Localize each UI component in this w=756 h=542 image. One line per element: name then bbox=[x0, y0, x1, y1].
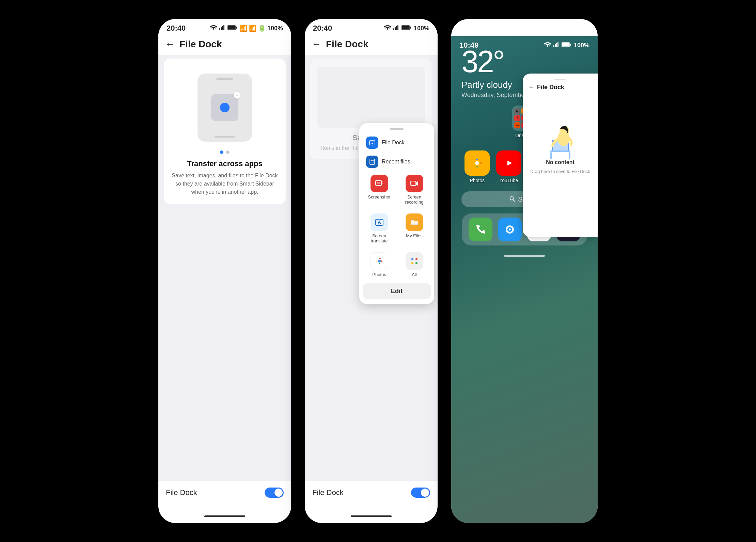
svg-rect-1 bbox=[221, 27, 222, 30]
status-icons-2: 100% bbox=[384, 25, 429, 32]
app-photos[interactable]: Photos bbox=[464, 150, 490, 183]
toggle-switch-1[interactable] bbox=[265, 488, 284, 498]
popup-item-filedock[interactable]: File Dock bbox=[363, 133, 431, 152]
svg-rect-28 bbox=[553, 45, 554, 47]
figure-illustration bbox=[543, 120, 577, 154]
panel-back[interactable]: ← bbox=[528, 84, 534, 91]
phone-3: 10:49 100% 32° Partly cloudy bbox=[451, 19, 598, 523]
popup-item-all[interactable]: All bbox=[398, 249, 431, 281]
popup-item-myfiles[interactable]: My Files bbox=[398, 210, 431, 247]
svg-rect-0 bbox=[219, 28, 220, 30]
svg-point-26 bbox=[411, 262, 413, 264]
content-1: + Transfer across apps Save text, images… bbox=[158, 55, 291, 481]
dot-1 bbox=[220, 150, 223, 154]
svg-rect-34 bbox=[562, 43, 569, 46]
title-1: File Dock bbox=[179, 39, 222, 50]
svg-rect-31 bbox=[557, 42, 558, 47]
blue-dot bbox=[220, 103, 230, 112]
svg-rect-56 bbox=[550, 152, 552, 159]
home-indicator-2 bbox=[351, 515, 392, 517]
svg-rect-30 bbox=[556, 43, 557, 47]
feature-card-1: + Transfer across apps Save text, images… bbox=[164, 59, 286, 204]
svg-rect-8 bbox=[395, 27, 396, 30]
dock-phone[interactable] bbox=[469, 218, 492, 241]
page-dots bbox=[171, 150, 279, 154]
status-icons-1: 📶 📶 🔋 100% bbox=[210, 25, 283, 32]
popup-item-photos[interactable]: Photos bbox=[363, 249, 396, 281]
battery-percent-1: 📶 📶 🔋 100% bbox=[240, 25, 283, 32]
phone-app-icon bbox=[469, 218, 492, 241]
wifi-icon bbox=[210, 25, 217, 32]
filedock-label: File Dock bbox=[382, 140, 405, 146]
svg-rect-20 bbox=[411, 181, 416, 186]
svg-point-25 bbox=[415, 258, 418, 260]
translate-label: Screen translate bbox=[365, 233, 394, 243]
title-2: File Dock bbox=[326, 39, 368, 50]
file-dock-panel: ← File Dock bbox=[523, 74, 598, 237]
popup-item-recent[interactable]: Recent files bbox=[363, 152, 431, 171]
all-label: All bbox=[412, 272, 416, 277]
header-1: ← File Dock bbox=[158, 35, 291, 55]
messages-app-icon bbox=[498, 218, 522, 241]
popup-item-translate[interactable]: A Screen translate bbox=[363, 210, 396, 247]
folder-app-settings: ⚙ bbox=[514, 108, 520, 114]
edit-button[interactable]: Edit bbox=[363, 283, 431, 299]
youtube-app-icon bbox=[496, 150, 521, 176]
dimmed-illus bbox=[317, 67, 425, 128]
status-bar-1: 20:40 📶 📶 🔋 100% bbox=[158, 19, 291, 35]
svg-rect-16 bbox=[370, 159, 375, 164]
dock-messages[interactable] bbox=[498, 218, 522, 241]
popup-item-recording[interactable]: Screen recording bbox=[398, 171, 431, 208]
home-bar-3 bbox=[451, 249, 598, 262]
battery-percent-3: 100% bbox=[574, 42, 589, 49]
toggle-row-2[interactable]: File Dock bbox=[305, 481, 438, 505]
svg-rect-57 bbox=[569, 152, 570, 159]
toggle-label-2: File Dock bbox=[312, 488, 344, 497]
translate-icon: A bbox=[371, 213, 388, 231]
all-icon bbox=[406, 252, 423, 270]
wifi-icon-2 bbox=[384, 25, 391, 32]
back-button-2[interactable]: ← bbox=[312, 39, 321, 50]
svg-rect-2 bbox=[222, 26, 223, 30]
battery-icon-3 bbox=[562, 42, 571, 49]
app-youtube[interactable]: YouTube bbox=[496, 150, 521, 183]
status-bar-3: 10:49 100% bbox=[451, 36, 598, 52]
toggle-row-1[interactable]: File Dock bbox=[158, 481, 291, 505]
battery-icon bbox=[227, 25, 237, 32]
phone-illus: + bbox=[198, 74, 252, 142]
folder-app-edit: ✏ bbox=[514, 122, 520, 128]
home-bar-2 bbox=[305, 509, 438, 523]
wifi-icon-3 bbox=[544, 42, 551, 49]
svg-point-44 bbox=[509, 228, 511, 230]
svg-rect-9 bbox=[396, 26, 397, 30]
time-1: 20:40 bbox=[167, 24, 186, 33]
plus-badge: + bbox=[234, 92, 240, 99]
svg-rect-7 bbox=[393, 28, 394, 30]
svg-point-35 bbox=[475, 161, 479, 165]
card-title-1: Transfer across apps bbox=[171, 159, 279, 168]
svg-marker-36 bbox=[507, 161, 512, 165]
signal-icon-2 bbox=[393, 25, 399, 32]
back-button-1[interactable]: ← bbox=[165, 39, 175, 50]
header-2: ← File Dock bbox=[305, 35, 438, 55]
svg-rect-14 bbox=[369, 141, 375, 145]
recent-icon bbox=[366, 156, 378, 168]
home-bar-1 bbox=[158, 509, 291, 523]
popup-menu: File Dock Recent files bbox=[359, 123, 434, 304]
drag-icon: + bbox=[211, 94, 238, 121]
screenshot-icon bbox=[371, 175, 388, 192]
myfiles-icon bbox=[406, 213, 423, 231]
panel-handle bbox=[554, 79, 566, 80]
popup-grid: Screenshot Screen recording A bbox=[363, 171, 431, 281]
search-icon bbox=[509, 196, 515, 203]
popup-handle bbox=[390, 128, 404, 130]
svg-rect-19 bbox=[377, 182, 380, 184]
recent-label: Recent files bbox=[382, 159, 410, 165]
popup-item-screenshot[interactable]: Screenshot bbox=[363, 171, 396, 208]
svg-rect-6 bbox=[228, 26, 235, 29]
toggle-switch-2[interactable] bbox=[411, 488, 430, 498]
illustration-1: + bbox=[171, 67, 279, 145]
svg-rect-55 bbox=[550, 150, 570, 152]
drag-hint-label: Drag here to save to File Dock bbox=[530, 168, 590, 175]
youtube-app-label: YouTube bbox=[499, 178, 518, 183]
